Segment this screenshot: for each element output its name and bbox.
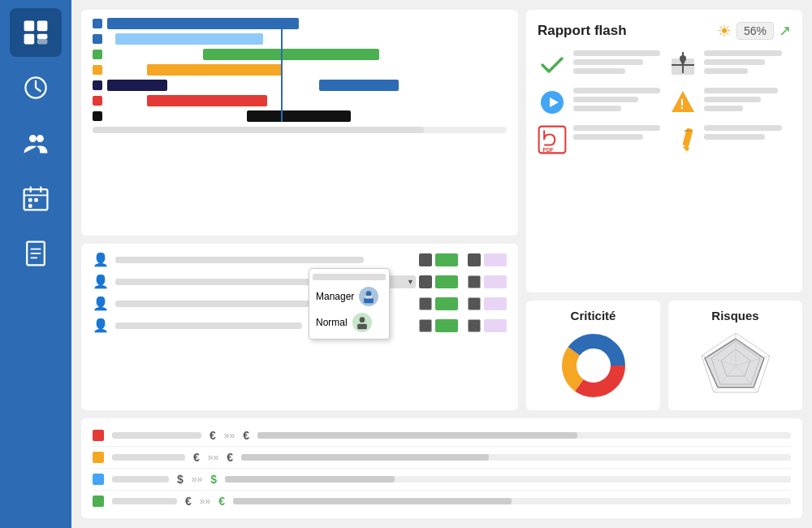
table-row: $ »» $ [93, 469, 791, 491]
svg-line-7 [36, 88, 41, 92]
arrow-icon: »» [208, 452, 218, 463]
gantt-bar [107, 18, 299, 29]
employee-list: 👤 👤 [93, 252, 507, 340]
emp-btn-1[interactable] [419, 275, 432, 288]
emp-row: 👤 ▼ [93, 274, 507, 289]
play-icon [539, 89, 565, 115]
gantt-row [93, 95, 507, 106]
emp-btn-1[interactable] [419, 253, 432, 266]
svg-rect-25 [357, 324, 367, 330]
sidebar-item-clock[interactable] [10, 63, 62, 112]
rapport-line [573, 59, 643, 65]
rapport-line [704, 88, 778, 93]
row-color-indicator [93, 496, 104, 507]
row-name-text [112, 476, 169, 483]
gantt-row [93, 18, 507, 29]
table-panel: € »» € € »» € $ [81, 418, 802, 518]
svg-rect-4 [37, 39, 48, 44]
gantt-dot [93, 65, 102, 75]
main-content: 👤 👤 [71, 0, 812, 528]
emp-btn-2[interactable] [468, 297, 481, 310]
gantt-row [93, 49, 507, 60]
emp-money-btn[interactable] [435, 319, 458, 332]
gantt-row [93, 33, 507, 45]
risques-title: Risques [711, 309, 758, 322]
gantt-scrollbar[interactable] [93, 127, 507, 133]
emp-money-btn[interactable] [435, 275, 458, 288]
gantt-row [93, 64, 507, 76]
gantt-bar-container [107, 49, 507, 60]
currency-symbol: € [185, 495, 192, 508]
donut-svg [557, 329, 630, 402]
rapport-line [704, 68, 748, 74]
rapport-item-pdf: PDF [538, 125, 660, 154]
dropdown-option-normal[interactable]: Normal [309, 309, 389, 335]
rapport-header: Rapport flash ☀ 56% ↗ [538, 21, 791, 41]
gantt-scrollbar-thumb [93, 127, 424, 133]
svg-rect-2 [24, 34, 35, 45]
emp-money-btn[interactable] [435, 297, 458, 310]
rapport-line [573, 50, 660, 56]
rapport-item-check [538, 50, 660, 80]
rapport-title: Rapport flash [538, 23, 627, 39]
rapport-line [704, 134, 765, 140]
top-area: 👤 👤 [81, 10, 802, 410]
normal-label: Normal [316, 317, 348, 328]
svg-rect-14 [28, 198, 32, 202]
emp-btn-2[interactable] [468, 253, 481, 266]
pdf-icon: PDF [538, 122, 567, 158]
progress-fill [257, 432, 577, 439]
person-icon: 👤 [93, 318, 109, 333]
sidebar-item-users[interactable] [10, 119, 62, 167]
warning-icon-container: ! [668, 88, 698, 117]
map-icon [670, 50, 696, 80]
progress-fill [225, 476, 395, 483]
dropdown-header [313, 274, 386, 280]
rapport-text-lines [704, 50, 791, 77]
gantt-bar [107, 80, 167, 91]
right-panel: Rapport flash ☀ 56% ↗ [526, 10, 802, 410]
emp-controls [419, 319, 507, 332]
emp-btn-1[interactable] [419, 319, 432, 332]
rapport-line [573, 125, 660, 131]
rapport-line [573, 106, 621, 111]
emp-group-icon [484, 319, 507, 332]
gantt-row [93, 110, 507, 122]
row-name-text [112, 454, 185, 461]
dropdown-option-manager[interactable]: Manager [309, 283, 389, 309]
emp-btn-1[interactable] [419, 297, 432, 310]
table-row: € »» € [93, 491, 791, 512]
currency-value: € [243, 429, 249, 442]
emp-name-bar [115, 301, 322, 307]
progress-bar [225, 476, 791, 483]
criticite-panel: Criticité [526, 301, 660, 410]
emp-btn-2[interactable] [468, 319, 481, 332]
gantt-bar [203, 49, 378, 60]
emp-money-btn[interactable] [435, 253, 458, 266]
emp-group-icon [484, 253, 507, 266]
pct-badge: 56% [736, 22, 774, 40]
svg-point-40 [577, 349, 610, 382]
currency-symbol: € [209, 429, 216, 442]
rapport-line [704, 106, 743, 111]
bottom-right: Criticité [526, 301, 802, 410]
check-icon-container [538, 50, 567, 80]
currency-value: $ [210, 473, 217, 486]
rapport-line [573, 88, 660, 93]
svg-point-8 [29, 135, 37, 142]
pencil-icon-container [668, 125, 698, 154]
rapport-line [573, 68, 625, 74]
emp-group-icon [484, 275, 507, 288]
risques-panel: Risques [668, 301, 802, 410]
sidebar-item-documents[interactable] [10, 229, 62, 278]
emp-btn-2[interactable] [468, 275, 481, 288]
emp-controls [419, 253, 507, 266]
manager-label: Manager [316, 291, 354, 302]
arrow-icon: »» [224, 430, 235, 441]
sidebar-item-calendar[interactable] [10, 174, 62, 223]
sidebar-item-dashboard[interactable] [10, 8, 62, 57]
emp-name-bar [115, 322, 302, 329]
dropdown-popup: Manager Normal [309, 268, 390, 340]
rapport-text-lines [704, 88, 791, 115]
person-icon: 👤 [93, 252, 109, 267]
